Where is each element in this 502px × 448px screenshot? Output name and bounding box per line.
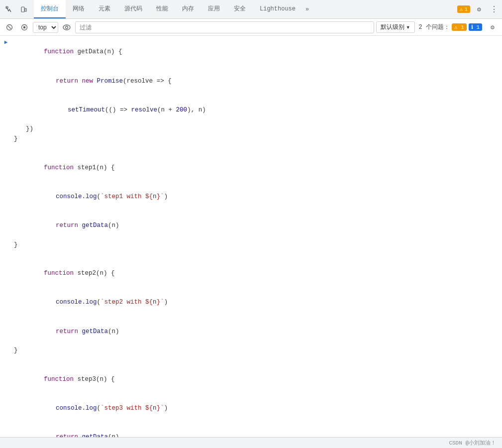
blank-1 [0, 144, 502, 153]
code-line-5: } [0, 134, 502, 144]
context-selector[interactable]: top [33, 22, 58, 33]
code-line-11: console.log(`step2 with ${n}`) [0, 288, 502, 317]
svg-rect-1 [21, 7, 24, 12]
console-settings-button[interactable]: ⚙ [486, 21, 499, 34]
svg-rect-6 [23, 26, 25, 28]
top-nav: 控制台 网络 元素 源代码 性能 内存 应用 安全 Lighthouse » [0, 0, 502, 19]
bottom-bar: CSDN @小刘加油！ [0, 437, 502, 448]
filter-input[interactable] [75, 21, 374, 33]
nav-icon-group [2, 2, 31, 16]
tab-performance[interactable]: 性能 [149, 0, 175, 18]
code-line-1: ▶ function getData(n) { [0, 38, 502, 67]
eye-icon-button[interactable] [60, 21, 73, 34]
tab-security[interactable]: 安全 [227, 0, 253, 18]
nav-tabs: 控制台 网络 元素 源代码 性能 内存 应用 安全 Lighthouse » [34, 0, 457, 18]
code-line-12: return getData(n) [0, 317, 502, 346]
expand-indicator-1[interactable]: ▶ [2, 39, 10, 45]
warning-badge[interactable]: ⚠ 1 [457, 5, 470, 13]
svg-rect-2 [25, 8, 26, 11]
tab-network[interactable]: 网络 [66, 0, 92, 18]
gear-icon: ⚙ [477, 5, 481, 13]
tab-console[interactable]: 控制台 [34, 0, 66, 18]
tab-memory[interactable]: 内存 [175, 0, 201, 18]
clear-console-button[interactable] [3, 21, 16, 34]
code-line-4: }) [0, 124, 502, 134]
code-line-6: function step1(n) { [0, 153, 502, 182]
code-line-7: console.log(`step1 with ${n}`) [0, 182, 502, 211]
code-line-9: } [0, 240, 502, 250]
tab-elements[interactable]: 元素 [92, 0, 117, 18]
more-tabs-button[interactable]: » [302, 2, 312, 16]
info-count-badge: ℹ 1 [469, 23, 482, 31]
svg-line-4 [8, 26, 11, 29]
devtools-settings-button[interactable]: ⚙ [472, 2, 486, 16]
nav-right-controls: ⚠ 1 ⚙ ⋮ [457, 2, 500, 16]
chevron-down-icon: ▼ [406, 25, 410, 30]
blank-2 [0, 250, 502, 259]
warning-count-badge: ⚠ 1 [452, 23, 467, 31]
code-line-8: return getData(n) [0, 211, 502, 240]
tab-lighthouse[interactable]: Lighthouse [253, 0, 302, 18]
svg-point-8 [66, 26, 68, 28]
tab-sources[interactable]: 源代码 [117, 0, 149, 18]
more-options-button[interactable]: ⋮ [488, 2, 500, 16]
vertical-dots-icon: ⋮ [490, 4, 498, 14]
issues-count-display: 2 个问题： ⚠ 1 ℹ 1 [417, 23, 484, 31]
code-line-13: } [0, 346, 502, 355]
code-block: ▶ function getData(n) { return new Promi… [0, 36, 502, 448]
code-line-14: function step3(n) { [0, 365, 502, 394]
code-line-15: console.log(`step3 with ${n}`) [0, 394, 502, 423]
console-content[interactable]: ▶ function getData(n) { return new Promi… [0, 36, 502, 448]
device-icon[interactable] [17, 2, 31, 16]
code-line-10: function step2(n) { [0, 259, 502, 288]
blank-3 [0, 356, 502, 365]
svg-point-7 [63, 25, 70, 30]
code-line-2: return new Promise(resolve => { [0, 67, 502, 96]
tab-application[interactable]: 应用 [201, 0, 227, 18]
inspect-icon[interactable] [2, 2, 16, 16]
code-line-3: setTimeout(() => resolve(n + 200), n) [0, 96, 502, 124]
settings-icon: ⚙ [491, 23, 495, 31]
stop-recording-button[interactable] [18, 21, 31, 34]
warning-icon: ⚠ [460, 6, 463, 12]
console-toolbar: top 默认级别 ▼ 2 个问题： ⚠ 1 ℹ 1 ⚙ [0, 19, 502, 36]
default-level-button[interactable]: 默认级别 ▼ [376, 21, 415, 33]
bottom-bar-text: CSDN @小刘加油！ [449, 439, 496, 447]
